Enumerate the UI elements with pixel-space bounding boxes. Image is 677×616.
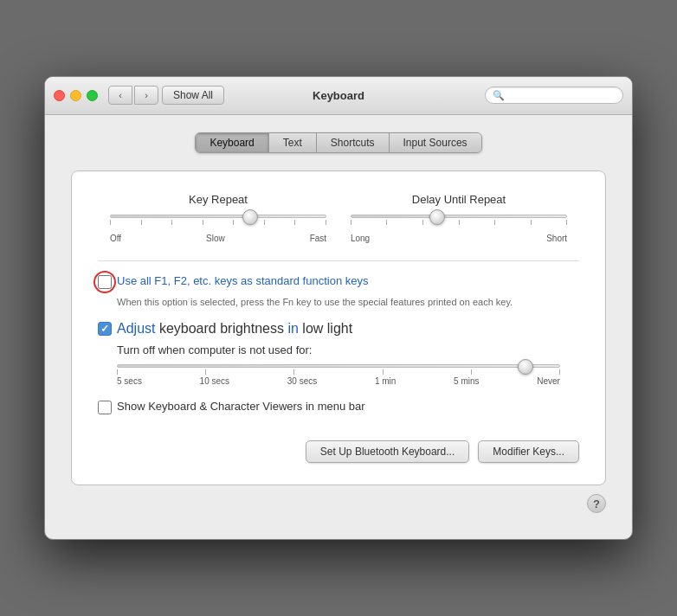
delay-off-labels: 5 secs 10 secs 30 secs 1 min 5 mins Neve… bbox=[117, 376, 560, 386]
maximize-button[interactable] bbox=[87, 90, 98, 101]
buttons-row: Set Up Bluetooth Keyboard... Modifier Ke… bbox=[98, 440, 579, 463]
delay-repeat-group: Delay Until Repeat bbox=[351, 193, 567, 243]
character-viewer-checkbox-wrapper bbox=[98, 401, 112, 414]
sliders-row: Key Repeat bbox=[98, 193, 579, 243]
key-repeat-knob[interactable] bbox=[242, 209, 258, 225]
fn-keys-sublabel: When this option is selected, press the … bbox=[117, 296, 579, 309]
brightness-label-blue: Adjust bbox=[117, 321, 155, 336]
tick bbox=[110, 220, 111, 225]
minimize-button[interactable] bbox=[70, 90, 81, 101]
delay-label-1min: 1 min bbox=[375, 376, 396, 386]
delay-repeat-labels: Long Short bbox=[351, 234, 567, 243]
delay-label-5mins: 5 mins bbox=[454, 376, 479, 386]
tick bbox=[293, 369, 294, 375]
tick bbox=[233, 220, 234, 225]
tick bbox=[117, 369, 118, 375]
traffic-lights bbox=[54, 90, 98, 101]
search-icon: 🔍 bbox=[493, 90, 505, 101]
tick bbox=[566, 220, 567, 225]
keyboard-panel: Key Repeat bbox=[71, 170, 606, 485]
key-repeat-slow-label: Slow bbox=[206, 234, 225, 243]
bluetooth-keyboard-button[interactable]: Set Up Bluetooth Keyboard... bbox=[306, 440, 469, 463]
key-repeat-group: Key Repeat bbox=[110, 193, 326, 243]
fn-checkbox-wrapper bbox=[98, 275, 112, 289]
tick bbox=[351, 220, 351, 225]
tick bbox=[383, 369, 384, 375]
character-viewer-checkbox[interactable] bbox=[98, 401, 112, 414]
tick bbox=[141, 220, 142, 225]
brightness-checkbox[interactable]: ✓ bbox=[98, 322, 112, 336]
tick bbox=[264, 220, 265, 225]
fn-keys-checkbox[interactable] bbox=[98, 275, 112, 289]
fn-keys-label: Use all F1, F2, etc. keys as standard fu… bbox=[117, 274, 368, 287]
tab-keyboard[interactable]: Keyboard bbox=[196, 133, 268, 152]
search-input[interactable] bbox=[508, 89, 616, 101]
tick bbox=[171, 220, 172, 225]
brightness-label: Adjust keyboard brightness in low light bbox=[117, 321, 352, 337]
delay-off-slider-group: 5 secs 10 secs 30 secs 1 min 5 mins Neve… bbox=[117, 364, 560, 386]
delay-repeat-knob[interactable] bbox=[429, 209, 445, 225]
checkmark-icon: ✓ bbox=[100, 324, 109, 334]
delay-repeat-label: Delay Until Repeat bbox=[412, 193, 506, 206]
nav-buttons: ‹ › bbox=[108, 86, 158, 105]
close-button[interactable] bbox=[54, 90, 65, 101]
delay-label-never: Never bbox=[537, 376, 560, 386]
tick bbox=[294, 220, 295, 225]
key-repeat-labels: Off Slow Fast bbox=[110, 234, 326, 243]
delay-right-label: Short bbox=[546, 234, 567, 243]
back-button[interactable]: ‹ bbox=[108, 86, 132, 105]
modifier-keys-button[interactable]: Modifier Keys... bbox=[478, 440, 579, 463]
key-repeat-track bbox=[110, 215, 326, 218]
delay-label-30secs: 30 secs bbox=[287, 376, 317, 386]
brightness-checkbox-row: ✓ Adjust keyboard brightness in low ligh… bbox=[98, 321, 579, 337]
fn-keys-label-blue: Use all F1, F2, etc. keys as standard fu… bbox=[117, 274, 368, 287]
keyboard-preferences-window: ‹ › Show All Keyboard 🔍 Keyboard Text Sh… bbox=[44, 76, 633, 540]
divider bbox=[98, 260, 579, 261]
content-area: Keyboard Text Shortcuts Input Sources Ke… bbox=[45, 115, 632, 539]
tab-shortcuts[interactable]: Shortcuts bbox=[317, 133, 390, 152]
delay-repeat-ticks bbox=[351, 220, 567, 225]
delay-off-track bbox=[117, 364, 560, 368]
tick bbox=[471, 369, 472, 375]
tick bbox=[326, 220, 326, 225]
character-viewer-row: Show Keyboard & Character Viewers in men… bbox=[98, 400, 579, 414]
help-row: ? bbox=[71, 494, 606, 513]
tab-text[interactable]: Text bbox=[269, 133, 317, 152]
tick bbox=[386, 220, 387, 225]
turn-off-label: Turn off when computer is not used for: bbox=[117, 343, 312, 356]
character-viewer-label: Show Keyboard & Character Viewers in men… bbox=[117, 400, 365, 413]
tab-group: Keyboard Text Shortcuts Input Sources bbox=[195, 132, 481, 153]
fn-checkbox-row: Use all F1, F2, etc. keys as standard fu… bbox=[98, 274, 579, 289]
tick bbox=[559, 369, 560, 375]
titlebar: ‹ › Show All Keyboard 🔍 bbox=[45, 77, 632, 115]
tick bbox=[531, 220, 532, 225]
show-all-button[interactable]: Show All bbox=[162, 86, 224, 105]
delay-repeat-track bbox=[351, 215, 567, 218]
delay-left-label: Long bbox=[351, 234, 370, 243]
help-button[interactable]: ? bbox=[587, 494, 606, 513]
window-title: Keyboard bbox=[313, 89, 364, 102]
key-repeat-ticks bbox=[110, 220, 326, 225]
tick bbox=[459, 220, 460, 225]
key-repeat-label: Key Repeat bbox=[189, 193, 248, 206]
key-repeat-left-label: Off bbox=[110, 234, 121, 243]
delay-repeat-track-container bbox=[351, 215, 567, 225]
tabs: Keyboard Text Shortcuts Input Sources bbox=[71, 132, 606, 153]
tick bbox=[205, 369, 206, 375]
tick bbox=[203, 220, 203, 225]
tab-input-sources[interactable]: Input Sources bbox=[390, 133, 481, 152]
delay-label-5secs: 5 secs bbox=[117, 376, 142, 386]
forward-button[interactable]: › bbox=[134, 86, 158, 105]
tick bbox=[494, 220, 495, 225]
key-repeat-track-container bbox=[110, 215, 326, 225]
key-repeat-right-label: Fast bbox=[310, 234, 326, 243]
brightness-label-blue2: in bbox=[287, 321, 298, 336]
delay-label-10secs: 10 secs bbox=[200, 376, 229, 386]
tick bbox=[422, 220, 423, 225]
search-box[interactable]: 🔍 bbox=[485, 87, 623, 104]
